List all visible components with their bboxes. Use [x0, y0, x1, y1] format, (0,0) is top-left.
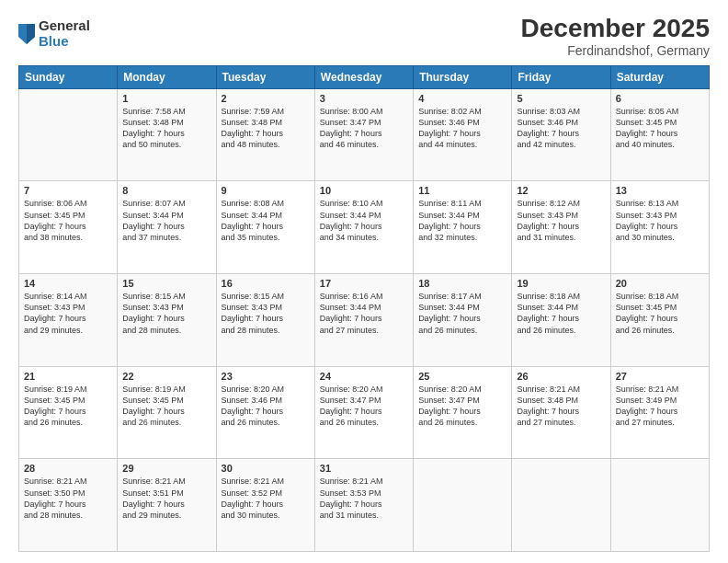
calendar-cell: 9Sunrise: 8:08 AM Sunset: 3:44 PM Daylig…: [216, 181, 314, 274]
day-number: 13: [616, 185, 704, 196]
day-info: Sunrise: 8:12 AM Sunset: 3:43 PM Dayligh…: [517, 198, 605, 243]
day-info: Sunrise: 8:21 AM Sunset: 3:53 PM Dayligh…: [320, 476, 408, 521]
calendar-cell: 17Sunrise: 8:16 AM Sunset: 3:44 PM Dayli…: [314, 274, 413, 367]
calendar-cell: [512, 459, 610, 552]
day-info: Sunrise: 8:03 AM Sunset: 3:46 PM Dayligh…: [517, 106, 605, 151]
calendar-cell: 18Sunrise: 8:17 AM Sunset: 3:44 PM Dayli…: [414, 274, 512, 367]
day-info: Sunrise: 8:15 AM Sunset: 3:43 PM Dayligh…: [122, 291, 210, 336]
day-number: 8: [122, 185, 210, 196]
day-info: Sunrise: 8:21 AM Sunset: 3:48 PM Dayligh…: [517, 384, 605, 429]
page: General Blue December 2025 Ferdinandshof…: [0, 0, 728, 563]
day-info: Sunrise: 8:21 AM Sunset: 3:50 PM Dayligh…: [24, 476, 112, 521]
logo: General Blue: [18, 18, 90, 49]
day-info: Sunrise: 8:10 AM Sunset: 3:44 PM Dayligh…: [320, 198, 408, 243]
day-info: Sunrise: 8:21 AM Sunset: 3:49 PM Dayligh…: [616, 384, 704, 429]
svg-marker-1: [27, 24, 35, 44]
day-number: 27: [616, 371, 704, 382]
day-number: 22: [122, 371, 210, 382]
calendar-cell: 1Sunrise: 7:58 AM Sunset: 3:48 PM Daylig…: [118, 88, 216, 181]
day-info: Sunrise: 8:05 AM Sunset: 3:45 PM Dayligh…: [616, 106, 704, 151]
weekday-header-friday: Friday: [512, 65, 610, 88]
logo-icon: [18, 24, 35, 44]
calendar-cell: 28Sunrise: 8:21 AM Sunset: 3:50 PM Dayli…: [19, 459, 118, 552]
day-info: Sunrise: 7:59 AM Sunset: 3:48 PM Dayligh…: [222, 106, 310, 151]
day-number: 4: [418, 93, 506, 104]
calendar-cell: 7Sunrise: 8:06 AM Sunset: 3:45 PM Daylig…: [19, 181, 118, 274]
day-number: 21: [24, 371, 112, 382]
day-number: 31: [320, 463, 408, 474]
day-info: Sunrise: 7:58 AM Sunset: 3:48 PM Dayligh…: [122, 106, 210, 151]
weekday-header-thursday: Thursday: [414, 65, 512, 88]
logo-general: General: [39, 18, 90, 34]
calendar-cell: [19, 88, 118, 181]
calendar-body: 1Sunrise: 7:58 AM Sunset: 3:48 PM Daylig…: [19, 88, 710, 551]
day-number: 29: [122, 463, 210, 474]
day-info: Sunrise: 8:13 AM Sunset: 3:43 PM Dayligh…: [616, 198, 704, 243]
day-number: 10: [320, 185, 408, 196]
day-info: Sunrise: 8:11 AM Sunset: 3:44 PM Dayligh…: [418, 198, 506, 243]
day-number: 30: [222, 463, 310, 474]
calendar-cell: 12Sunrise: 8:12 AM Sunset: 3:43 PM Dayli…: [512, 181, 610, 274]
calendar-cell: 4Sunrise: 8:02 AM Sunset: 3:46 PM Daylig…: [414, 88, 512, 181]
weekday-header-saturday: Saturday: [610, 65, 709, 88]
day-info: Sunrise: 8:18 AM Sunset: 3:45 PM Dayligh…: [616, 291, 704, 336]
calendar-cell: 21Sunrise: 8:19 AM Sunset: 3:45 PM Dayli…: [19, 366, 118, 459]
calendar-week-1: 1Sunrise: 7:58 AM Sunset: 3:48 PM Daylig…: [19, 88, 710, 181]
logo-text: General Blue: [39, 18, 90, 49]
weekday-header-monday: Monday: [118, 65, 216, 88]
calendar-cell: 10Sunrise: 8:10 AM Sunset: 3:44 PM Dayli…: [314, 181, 413, 274]
calendar-cell: 16Sunrise: 8:15 AM Sunset: 3:43 PM Dayli…: [216, 274, 314, 367]
logo-blue: Blue: [39, 34, 90, 50]
day-number: 2: [222, 93, 310, 104]
day-number: 11: [418, 185, 506, 196]
calendar-cell: 25Sunrise: 8:20 AM Sunset: 3:47 PM Dayli…: [414, 366, 512, 459]
calendar-cell: 3Sunrise: 8:00 AM Sunset: 3:47 PM Daylig…: [314, 88, 413, 181]
calendar-cell: 27Sunrise: 8:21 AM Sunset: 3:49 PM Dayli…: [610, 366, 709, 459]
day-info: Sunrise: 8:16 AM Sunset: 3:44 PM Dayligh…: [320, 291, 408, 336]
day-number: 28: [24, 463, 112, 474]
day-number: 25: [418, 371, 506, 382]
day-number: 14: [24, 278, 112, 289]
calendar-cell: 8Sunrise: 8:07 AM Sunset: 3:44 PM Daylig…: [118, 181, 216, 274]
calendar-cell: 30Sunrise: 8:21 AM Sunset: 3:52 PM Dayli…: [216, 459, 314, 552]
calendar-week-2: 7Sunrise: 8:06 AM Sunset: 3:45 PM Daylig…: [19, 181, 710, 274]
day-number: 1: [122, 93, 210, 104]
calendar: SundayMondayTuesdayWednesdayThursdayFrid…: [18, 65, 710, 552]
day-info: Sunrise: 8:14 AM Sunset: 3:43 PM Dayligh…: [24, 291, 112, 336]
calendar-cell: [610, 459, 709, 552]
day-info: Sunrise: 8:19 AM Sunset: 3:45 PM Dayligh…: [122, 384, 210, 429]
day-info: Sunrise: 8:21 AM Sunset: 3:52 PM Dayligh…: [222, 476, 310, 521]
day-info: Sunrise: 8:17 AM Sunset: 3:44 PM Dayligh…: [418, 291, 506, 336]
weekday-header-tuesday: Tuesday: [216, 65, 314, 88]
day-number: 23: [222, 371, 310, 382]
day-number: 18: [418, 278, 506, 289]
day-number: 16: [222, 278, 310, 289]
day-number: 20: [616, 278, 704, 289]
calendar-cell: 6Sunrise: 8:05 AM Sunset: 3:45 PM Daylig…: [610, 88, 709, 181]
calendar-cell: [414, 459, 512, 552]
day-info: Sunrise: 8:19 AM Sunset: 3:45 PM Dayligh…: [24, 384, 112, 429]
day-number: 24: [320, 371, 408, 382]
day-number: 3: [320, 93, 408, 104]
day-info: Sunrise: 8:08 AM Sunset: 3:44 PM Dayligh…: [222, 198, 310, 243]
day-info: Sunrise: 8:18 AM Sunset: 3:44 PM Dayligh…: [517, 291, 605, 336]
calendar-cell: 11Sunrise: 8:11 AM Sunset: 3:44 PM Dayli…: [414, 181, 512, 274]
calendar-cell: 22Sunrise: 8:19 AM Sunset: 3:45 PM Dayli…: [118, 366, 216, 459]
day-number: 12: [517, 185, 605, 196]
day-number: 7: [24, 185, 112, 196]
day-number: 5: [517, 93, 605, 104]
month-title: December 2025: [521, 15, 710, 43]
calendar-cell: 13Sunrise: 8:13 AM Sunset: 3:43 PM Dayli…: [610, 181, 709, 274]
day-number: 15: [122, 278, 210, 289]
day-number: 19: [517, 278, 605, 289]
calendar-week-4: 21Sunrise: 8:19 AM Sunset: 3:45 PM Dayli…: [19, 366, 710, 459]
day-info: Sunrise: 8:20 AM Sunset: 3:47 PM Dayligh…: [320, 384, 408, 429]
calendar-week-5: 28Sunrise: 8:21 AM Sunset: 3:50 PM Dayli…: [19, 459, 710, 552]
weekday-header-wednesday: Wednesday: [314, 65, 413, 88]
weekday-row: SundayMondayTuesdayWednesdayThursdayFrid…: [19, 65, 710, 88]
header: General Blue December 2025 Ferdinandshof…: [18, 15, 710, 58]
calendar-header: SundayMondayTuesdayWednesdayThursdayFrid…: [19, 65, 710, 88]
day-info: Sunrise: 8:02 AM Sunset: 3:46 PM Dayligh…: [418, 106, 506, 151]
calendar-cell: 2Sunrise: 7:59 AM Sunset: 3:48 PM Daylig…: [216, 88, 314, 181]
day-info: Sunrise: 8:20 AM Sunset: 3:46 PM Dayligh…: [222, 384, 310, 429]
